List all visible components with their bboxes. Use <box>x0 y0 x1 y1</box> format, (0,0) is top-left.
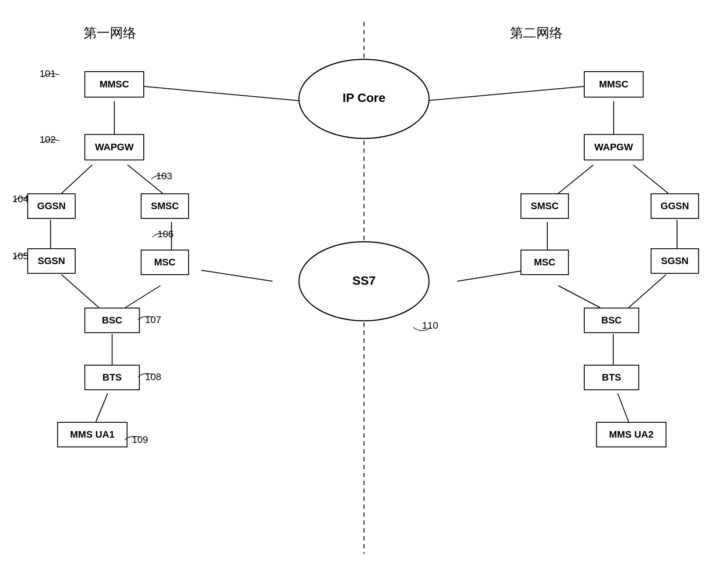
right-bts-node: BTS <box>584 365 639 390</box>
left-wapgw-node: WAPGW <box>84 134 144 160</box>
left-mmsua1-node: MMS UA1 <box>57 422 127 447</box>
right-mmsua2-node: MMS UA2 <box>596 422 666 447</box>
svg-line-1 <box>136 86 303 101</box>
svg-line-22 <box>618 393 629 422</box>
curve-103 <box>149 171 176 184</box>
curve-105 <box>12 250 34 261</box>
curve-101 <box>40 68 88 81</box>
left-msc-node: MSC <box>141 250 189 275</box>
svg-text:SS7: SS7 <box>353 274 376 287</box>
right-msc-node: MSC <box>521 250 569 275</box>
right-bsc-node: BSC <box>584 308 639 333</box>
curve-107 <box>136 312 160 324</box>
svg-line-12 <box>422 86 592 101</box>
left-mmsc-node: MMSC <box>84 71 144 98</box>
svg-line-18 <box>457 270 525 281</box>
curve-104 <box>12 193 34 204</box>
curve-106 <box>151 229 175 241</box>
right-wapgw-node: WAPGW <box>584 134 644 160</box>
svg-line-15 <box>633 165 668 193</box>
svg-line-20 <box>629 275 666 308</box>
right-sgsn-node: SGSN <box>651 248 699 274</box>
right-mmsc-node: MMSC <box>584 71 644 98</box>
curve-108 <box>136 369 160 381</box>
curve-102 <box>40 134 88 147</box>
second-network-label: 第二网络 <box>510 24 563 42</box>
left-smsc-node: SMSC <box>141 193 189 219</box>
curve-109 <box>123 432 147 444</box>
svg-line-14 <box>558 165 593 193</box>
left-ggsn-node: GGSN <box>27 193 76 219</box>
svg-line-7 <box>201 270 273 281</box>
right-ggsn-node: GGSN <box>651 193 699 219</box>
svg-text:IP Core: IP Core <box>342 91 386 105</box>
svg-line-3 <box>62 165 92 193</box>
svg-text:110: 110 <box>422 320 438 331</box>
diagram-container: IP Core SS7 110 第一网络 第二网络 MMSC 101 WAPGW… <box>0 0 728 566</box>
right-smsc-node: SMSC <box>521 193 569 219</box>
left-bts-node: BTS <box>84 365 140 390</box>
svg-line-19 <box>558 286 600 308</box>
svg-line-11 <box>96 393 108 422</box>
left-sgsn-node: SGSN <box>27 248 76 274</box>
svg-line-8 <box>62 275 99 308</box>
left-bsc-node: BSC <box>84 308 140 333</box>
first-network-label: 第一网络 <box>84 24 136 42</box>
svg-line-9 <box>125 286 160 308</box>
